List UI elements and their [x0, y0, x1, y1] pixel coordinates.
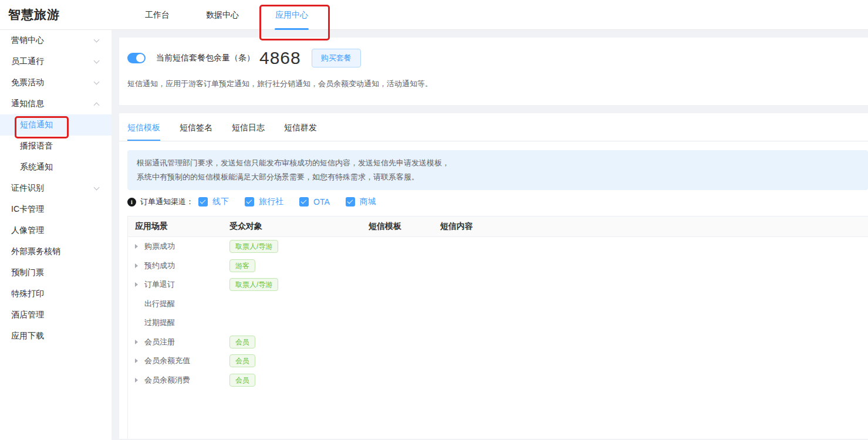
notice-line-1: 根据通讯管理部门要求，发送短信只能发布审核成功的短信内容，发送短信先申请发送模板… — [137, 156, 859, 170]
table-row-purchase-success: 购票成功 取票人/导游 — [128, 237, 868, 256]
table-row-order-refund: 订单退订 取票人/导游 — [128, 275, 868, 295]
nav-item-data-center[interactable]: 数据中心 — [206, 0, 239, 30]
sidebar-item-app-download[interactable]: 应用下载 — [0, 326, 112, 347]
channel-option-mall[interactable]: 商城 — [346, 197, 376, 207]
sidebar-item-system-notice[interactable]: 系统通知 — [0, 157, 112, 178]
sidebar-item-id-recognition[interactable]: 证件识别 — [0, 178, 112, 199]
audience-tag: 取票人/导游 — [229, 278, 278, 291]
table-body: 购票成功 取票人/导游 预约成功 游客 订单退订 取票人/导游 出行提醒 过期 — [128, 237, 868, 390]
expand-arrow-icon[interactable] — [135, 340, 138, 344]
channel-option-ota[interactable]: OTA — [299, 197, 330, 207]
column-header-content: 短信内容 — [440, 221, 868, 232]
sidebar-item-free-ticket-activity[interactable]: 免票活动 — [0, 72, 112, 93]
column-header-template: 短信模板 — [369, 221, 440, 232]
nav-item-app-center[interactable]: 应用中心 — [275, 0, 308, 30]
nav-item-workbench[interactable]: 工作台 — [145, 0, 170, 30]
sidebar-content-gutter — [112, 30, 119, 440]
sms-settings-card: 短信模板短信签名短信日志短信群发 根据通讯管理部门要求，发送短信只能发布审核成功… — [119, 113, 868, 439]
tab-sms-signature[interactable]: 短信签名 — [180, 113, 212, 141]
sidebar-item-special-print[interactable]: 特殊打印 — [0, 283, 112, 304]
chevron-down-icon — [94, 79, 100, 84]
sidebar-item-notification-info[interactable]: 通知信息 — [0, 93, 112, 114]
checkbox-checked-icon[interactable] — [299, 197, 309, 207]
checkbox-checked-icon[interactable] — [346, 197, 355, 207]
expand-arrow-icon[interactable] — [135, 358, 138, 363]
quota-value: 4868 — [259, 49, 301, 67]
notice-alert: 根据通讯管理部门要求，发送短信只能发布审核成功的短信内容，发送短信先申请发送模板… — [127, 150, 868, 190]
notice-line-2: 系统中有预制的的短信模板能满足大部分场景需要，如您有特殊需求，请联系客服。 — [137, 170, 859, 184]
quota-label: 当前短信套餐包余量（条） — [156, 53, 255, 63]
table-row-member-recharge: 会员余额充值 会员 — [128, 351, 868, 371]
sidebar-item-ic-card-management[interactable]: IC卡管理 — [0, 199, 112, 220]
sidebar-item-external-ticket-verify[interactable]: 外部票务核销 — [0, 241, 112, 262]
sidebar-item-sms-notice[interactable]: 短信通知 — [0, 114, 112, 136]
table-row-member-register: 会员注册 会员 — [128, 333, 868, 352]
sidebar-item-face-management[interactable]: 人像管理 — [0, 220, 112, 241]
sidebar: 营销中心 员工通行 免票活动 通知信息 短信通知 播报语音 系统通知 证件识别 … — [0, 30, 112, 440]
channel-options: 线下 旅行社 OTA 商城 — [198, 197, 392, 207]
table-row-reserve-success: 预约成功 游客 — [128, 256, 868, 276]
toggle-knob — [136, 54, 144, 62]
top-nav: 工作台数据中心应用中心 — [145, 0, 308, 30]
tab-sms-template[interactable]: 短信模板 — [127, 113, 160, 141]
top-header: 智慧旅游 工作台数据中心应用中心 — [0, 0, 868, 30]
channel-option-offline[interactable]: 线下 — [198, 197, 229, 207]
table-row-member-consume: 会员余额消费 会员 — [128, 371, 868, 390]
tab-sms-log[interactable]: 短信日志 — [232, 113, 265, 141]
sms-description: 短信通知，应用于游客订单预定通知，旅行社分销通知，会员余额变动通知，活动通知等。 — [127, 79, 868, 89]
audience-tag: 会员 — [229, 354, 255, 367]
sidebar-item-hotel-management[interactable]: 酒店管理 — [0, 304, 112, 326]
order-channel-label: 订单通知渠道： — [140, 197, 194, 207]
sidebar-item-preprinted-ticket[interactable]: 预制门票 — [0, 262, 112, 283]
sidebar-item-staff-pass[interactable]: 员工通行 — [0, 51, 112, 72]
chevron-down-icon — [94, 57, 100, 63]
buy-package-button[interactable]: 购买套餐 — [312, 49, 361, 67]
column-header-scene: 应用场景 — [128, 221, 229, 232]
table-row-expire-reminder: 过期提醒 — [128, 313, 868, 333]
column-header-audience: 受众对象 — [229, 221, 369, 232]
chevron-up-icon — [94, 102, 100, 108]
info-icon: i — [127, 198, 136, 207]
expand-arrow-icon[interactable] — [135, 244, 138, 249]
checkbox-checked-icon[interactable] — [198, 197, 208, 207]
audience-tag: 取票人/导游 — [229, 240, 278, 253]
expand-arrow-icon[interactable] — [135, 378, 138, 383]
expand-arrow-icon[interactable] — [135, 263, 138, 268]
channel-option-travel-agency[interactable]: 旅行社 — [245, 197, 283, 207]
sms-quota-card: 当前短信套餐包余量（条） 4868 购买套餐 短信通知，应用于游客订单预定通知，… — [119, 38, 868, 105]
tab-sms-broadcast[interactable]: 短信群发 — [284, 113, 317, 141]
audience-tag: 会员 — [229, 336, 255, 348]
audience-tag: 游客 — [229, 259, 255, 272]
table-header-row: 应用场景 受众对象 短信模板 短信内容 — [128, 216, 868, 237]
expand-arrow-icon[interactable] — [135, 282, 138, 287]
chevron-down-icon — [94, 184, 100, 190]
sms-enable-toggle[interactable] — [127, 53, 146, 63]
table-row-travel-reminder: 出行提醒 — [128, 295, 868, 314]
order-channel-row: i 订单通知渠道： 线下 旅行社 OTA 商城 — [127, 195, 868, 208]
audience-tag: 会员 — [229, 374, 255, 387]
app-logo: 智慧旅游 — [8, 0, 60, 29]
sidebar-item-broadcast-voice[interactable]: 播报语音 — [0, 136, 112, 157]
checkbox-checked-icon[interactable] — [245, 197, 254, 207]
sms-tabs: 短信模板短信签名短信日志短信群发 — [119, 113, 868, 141]
sidebar-item-marketing-center[interactable]: 营销中心 — [0, 30, 112, 51]
scenario-table: 应用场景 受众对象 短信模板 短信内容 购票成功 取票人/导游 预约成功 游客 … — [127, 216, 868, 439]
chevron-down-icon — [94, 36, 100, 42]
